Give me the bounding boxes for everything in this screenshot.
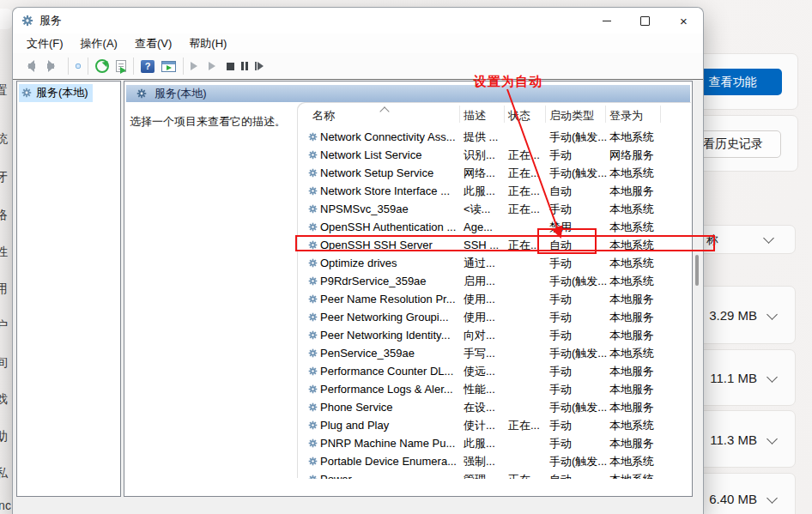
help-button[interactable]: ? <box>141 60 155 73</box>
service-row[interactable]: Performance Logs & Aler...性能...手动本地服务 <box>298 380 692 398</box>
list-scrollbar-thumb[interactable] <box>695 255 699 286</box>
service-startup: 自动 <box>549 236 572 254</box>
close-button[interactable]: × <box>664 8 703 33</box>
column-header-name[interactable]: 名称 <box>312 108 335 124</box>
settings-nav-item-partial[interactable]: 戏 <box>0 392 11 408</box>
show-console-tree-button[interactable] <box>76 63 81 69</box>
column-separator[interactable] <box>459 106 460 123</box>
service-row[interactable]: PNRP Machine Name Pu...此服...手动本地服务 <box>298 434 692 452</box>
service-name: Optimize drives <box>320 254 397 272</box>
service-row[interactable]: Optimize drives通过...手动本地系统 <box>298 254 692 272</box>
settings-nav-item-partial[interactable]: 性 <box>0 245 11 261</box>
app-size-card[interactable]: 6.40 MB <box>692 473 796 514</box>
maximize-button[interactable] <box>626 8 664 33</box>
service-desc: 使远... <box>464 362 495 380</box>
service-gear-icon <box>308 204 318 214</box>
pause-service-button[interactable] <box>241 62 248 70</box>
column-separator[interactable] <box>504 106 505 123</box>
column-header-logon-as[interactable]: 登录为 <box>609 108 643 124</box>
service-name: Peer Networking Identity... <box>320 326 451 344</box>
service-name: OpenSSH SSH Server <box>320 236 433 254</box>
service-gear-icon <box>308 402 318 412</box>
minimize-button[interactable] <box>587 8 626 33</box>
service-name: Phone Service <box>320 398 393 416</box>
service-logon: 本地系统 <box>609 254 654 272</box>
column-separator[interactable] <box>605 106 606 123</box>
service-row[interactable]: Power管理正在自动本地系统 <box>298 470 692 479</box>
column-header-description[interactable]: 描述 <box>464 108 486 124</box>
service-desc: 强制... <box>464 452 495 470</box>
back-button[interactable] <box>21 60 38 72</box>
settings-nav-item-partial[interactable]: inc <box>0 499 11 514</box>
column-separator[interactable] <box>660 106 661 123</box>
column-header-startup-type[interactable]: 启动类型 <box>549 108 594 124</box>
settings-nav-item-partial[interactable]: 助 <box>0 429 11 445</box>
service-row[interactable]: Network Store Interface ...此服...正在...自动本… <box>298 182 692 200</box>
service-row[interactable]: Portable Device Enumera...强制...手动(触发...本… <box>298 452 692 470</box>
settings-nav-item-partial[interactable]: 间 <box>0 355 11 372</box>
stop-service-button[interactable] <box>227 63 234 70</box>
settings-nav-item-partial[interactable]: 置 <box>0 83 11 100</box>
service-status: 正在... <box>508 200 540 218</box>
app-size-card[interactable]: 11.3 MB <box>692 410 796 468</box>
service-row[interactable]: Phone Service在设...手动(触发...本地服务 <box>298 398 692 416</box>
service-row[interactable]: PenService_359ae手写...手动(触发...本地系统 <box>298 344 692 362</box>
menu-item[interactable]: 操作(A) <box>72 33 126 54</box>
resume-service-icon <box>209 62 220 70</box>
service-row[interactable]: P9RdrService_359ae启用...手动(触发...本地系统 <box>298 272 692 290</box>
services-node-icon <box>21 88 32 98</box>
menu-item[interactable]: 查看(V) <box>126 33 180 54</box>
service-name: Peer Name Resolution Pr... <box>320 290 456 308</box>
service-row[interactable]: Performance Counter DL...使远...手动本地服务 <box>298 362 692 380</box>
column-header-status[interactable]: 状态 <box>508 108 530 124</box>
service-row[interactable]: Plug and Play使计...正在...手动本地系统 <box>298 416 692 434</box>
app-size-card[interactable]: 3.29 MB <box>692 286 796 344</box>
title-bar[interactable]: 服务 × <box>13 8 703 33</box>
service-row[interactable]: NPSMSvc_359ae<读...正在...手动本地系统 <box>298 200 692 218</box>
show-window-button[interactable] <box>161 61 176 72</box>
settings-nav-item-partial[interactable]: 户 <box>0 318 11 335</box>
service-row[interactable]: Network Setup Service网络...正在...手动(触发...本… <box>298 164 692 182</box>
show-window-icon <box>161 61 176 72</box>
service-desc: 在设... <box>464 398 495 416</box>
service-row[interactable]: Network Connectivity Ass...提供 ...手动(触发..… <box>298 128 692 146</box>
window-title: 服务 <box>39 13 62 28</box>
menu-item[interactable]: 文件(F) <box>18 33 72 54</box>
start-service-button[interactable] <box>191 62 202 70</box>
menu-item[interactable]: 帮助(H) <box>180 33 235 54</box>
settings-nav-item-partial[interactable]: 统 <box>0 131 11 148</box>
forward-button[interactable] <box>45 60 61 72</box>
dropdown-label: 称 <box>706 233 718 248</box>
tree-item-label: 服务(本地) <box>36 85 88 100</box>
refresh-button[interactable] <box>95 59 109 73</box>
app-size-card[interactable]: 11.1 MB <box>692 349 796 406</box>
service-startup: 手动 <box>549 290 572 308</box>
service-row[interactable]: OpenSSH Authentication ...Age...禁用本地系统 <box>298 218 692 236</box>
settings-nav-item-partial[interactable]: 用 <box>0 281 11 298</box>
restart-service-button[interactable] <box>255 62 268 70</box>
tree-item-services-local[interactable]: 服务(本地) <box>19 84 93 102</box>
column-separator[interactable] <box>545 106 546 123</box>
service-row[interactable]: OpenSSH SSH ServerSSH ...正在...自动本地系统 <box>298 236 692 254</box>
sort-dropdown[interactable]: 称 <box>692 225 796 254</box>
app-size-value: 11.1 MB <box>710 371 757 385</box>
service-gear-icon <box>308 475 318 479</box>
service-gear-icon <box>308 186 318 196</box>
settings-nav-item-partial[interactable]: 络 <box>0 208 11 224</box>
service-logon: 本地系统 <box>609 416 654 434</box>
app-size-value: 11.3 MB <box>710 432 757 447</box>
export-list-button[interactable] <box>116 60 126 72</box>
settings-nav-item-partial[interactable]: 私 <box>0 466 11 482</box>
service-row[interactable]: Peer Networking Groupi...使用...手动本地服务 <box>298 308 692 326</box>
service-startup: 手动 <box>549 434 572 452</box>
service-row[interactable]: Peer Networking Identity...向对...手动本地服务 <box>298 326 692 344</box>
stop-service-icon <box>227 63 234 70</box>
service-row[interactable]: Network List Service识别...正在...手动网络服务 <box>298 146 692 164</box>
settings-nav-item-partial[interactable]: 牙 <box>0 170 11 186</box>
service-name: PenService_359ae <box>320 344 415 362</box>
service-name: NPSMSvc_359ae <box>320 200 409 218</box>
resume-service-button[interactable] <box>209 62 220 70</box>
service-row[interactable]: Peer Name Resolution Pr...使用...手动本地服务 <box>298 290 692 308</box>
service-desc: 识别... <box>464 146 495 164</box>
service-startup: 手动 <box>549 308 572 326</box>
